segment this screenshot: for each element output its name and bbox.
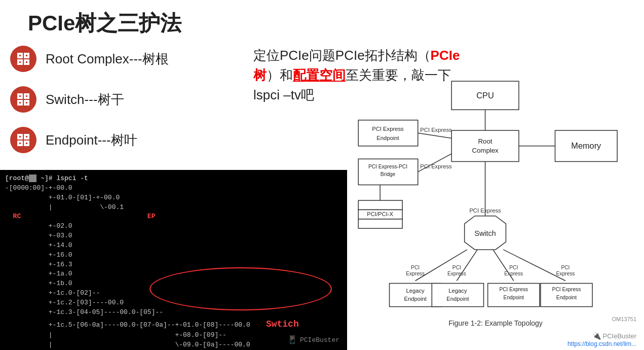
terminal-line-13: +-1c.2-[03]----00.0: [5, 298, 342, 308]
cpu-label: CPU: [476, 91, 494, 100]
rc-label-diag: Root: [478, 137, 493, 145]
svg-rect-6: [19, 61, 21, 63]
diagram-brand-text: PCIeBuster: [603, 332, 636, 340]
terminal-line-12: +-1c.0-[02]--: [5, 289, 342, 298]
svg-rect-12: [19, 95, 21, 97]
svg-rect-21: [26, 136, 27, 137]
svg-rect-33: [358, 200, 402, 209]
list-item-root-complex: Root Complex---树根: [10, 46, 169, 72]
switch-label-terminal: Swtich: [266, 319, 299, 329]
legacy1-label1: Legacy: [406, 288, 425, 294]
pci-cr-label: PCI: [509, 265, 518, 270]
endpoint-label: Endpoint---树叶: [46, 131, 137, 149]
pci-right-label2: Express: [556, 271, 575, 276]
ep-label: EP: [147, 213, 156, 220]
terminal-line-10: +-1a.0: [5, 269, 342, 279]
endpoint-icon: [10, 127, 36, 153]
svg-rect-22: [19, 143, 21, 144]
pci-express-label-vert: PCI Express: [469, 207, 501, 214]
svg-rect-20: [19, 136, 21, 137]
highlight-pcie-tree: PCIe树: [253, 48, 460, 83]
terminal-line-11: +-1b.0: [5, 279, 342, 289]
svg-rect-14: [19, 102, 21, 103]
svg-rect-13: [26, 95, 27, 97]
svg-rect-35: [358, 219, 402, 228]
legacy1-label2: Endpoint: [404, 296, 427, 302]
root-complex-icon: [10, 46, 36, 72]
pcie-ep2-label1: PCI Express: [499, 287, 528, 292]
root-complex-label: Root Complex---树根: [46, 50, 169, 68]
pci-ep1-label2: Endpoint: [376, 135, 399, 141]
terminal-line-7: +-14.0: [5, 241, 342, 251]
terminal-line-4: RC EP: [5, 212, 342, 222]
pci-pcix-label: PCI/PCI-X: [367, 211, 393, 217]
pci-bridge-label1: PCI Express-PCI: [368, 164, 407, 169]
terminal-line-14: +-1c.3-[04-05]----00.0-[05]--: [5, 308, 342, 318]
svg-rect-4: [19, 55, 21, 56]
pci-ep1-label: PCI Express: [372, 126, 404, 132]
terminal-area: [root@XX ~]# lspci -t -[0000:00]-+-00.0 …: [0, 170, 347, 350]
legacy2-label2: Endpoint: [446, 296, 469, 302]
list-item-endpoint: Endpoint---树叶: [10, 127, 169, 153]
pci-bridge-label2: Bridge: [381, 171, 396, 177]
terminal-line-6: +-03.0: [5, 231, 342, 241]
switch-icon: [10, 86, 36, 113]
terminal-line-9: +-16.3: [5, 260, 342, 270]
terminal-brand-label: PCIeBuster: [300, 336, 339, 344]
om-label: OM13751: [612, 316, 636, 322]
diagram-brand: 🔌 PCIeBuster: [592, 332, 636, 340]
pcie-diagram-svg: CPU Root Complex Memory PCI Express Endp…: [347, 79, 644, 317]
svg-line-30: [418, 133, 451, 138]
switch-label: Switch---树干: [46, 91, 124, 109]
rc-label-diag2: Complex: [472, 147, 499, 154]
pci-cr-label2: Express: [504, 271, 523, 276]
terminal-line-prompt: [root@XX ~]# lspci -t: [5, 174, 342, 184]
terminal-line-5: +-02.0: [5, 222, 342, 231]
list-item-switch: Switch---树干: [10, 86, 169, 113]
pci-express-label-top: PCI Express: [420, 127, 452, 133]
pci-cl-label2: Express: [447, 271, 466, 276]
svg-rect-23: [26, 143, 27, 144]
terminal-line-8: +-16.0: [5, 251, 342, 260]
terminal-brand: 📱 PCIeBuster: [287, 335, 339, 345]
pcie-ep3-label2: Endpoint: [556, 295, 577, 300]
pcie-ep3-label1: PCI Express: [552, 287, 581, 292]
url-bar: https://blog.csdn.net/lim...: [567, 340, 636, 347]
svg-rect-25: [451, 130, 519, 161]
rc-label: RC: [13, 213, 21, 220]
memory-label: Memory: [571, 141, 601, 150]
wechat-icon: 📱: [287, 335, 297, 345]
diagram-brand-icon: 🔌: [592, 332, 601, 340]
pci-right-label: PCI: [561, 265, 570, 270]
pcie-ep2-label2: Endpoint: [504, 295, 524, 300]
svg-rect-29: [358, 120, 418, 146]
terminal-line-2: +-01.0-[01]-+-00.0: [5, 193, 342, 203]
pci-left-label2: Express: [406, 271, 425, 276]
switch-label-diag: Switch: [475, 229, 496, 237]
pci-left-label: PCI: [411, 265, 420, 270]
item-list: Root Complex---树根 Switch---树干: [10, 46, 169, 167]
svg-rect-43: [432, 284, 483, 307]
diagram-area: CPU Root Complex Memory PCI Express Endp…: [347, 79, 644, 317]
page-title: PCIe树之三护法: [28, 9, 181, 38]
figure-caption: Figure 1-2: Example Topology: [347, 319, 644, 327]
highlight-config-space: 配置空间: [293, 67, 346, 83]
terminal-line-1: -[0000:00]-+-00.0: [5, 184, 342, 193]
legacy2-label1: Legacy: [448, 288, 467, 294]
svg-rect-5: [26, 55, 27, 56]
svg-rect-15: [26, 102, 27, 103]
svg-rect-7: [26, 61, 27, 63]
pci-cl-label: PCI: [452, 265, 461, 270]
terminal-line-15: +-1c.5-[06-0a]----00.0-[07-0a]--+-01.0-[…: [5, 318, 342, 331]
terminal-line-3: | \-00.1: [5, 203, 342, 213]
